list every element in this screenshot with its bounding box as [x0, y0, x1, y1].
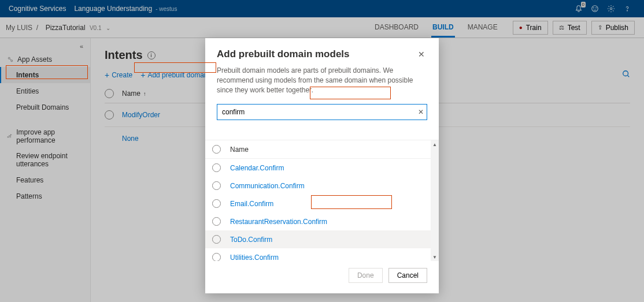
scroll-down-icon[interactable]: ▼ [431, 253, 439, 261]
results-row[interactable]: Communication.Confirm [205, 177, 431, 195]
modal-description: Prebuilt domain models are parts of preb… [217, 66, 427, 95]
cancel-button[interactable]: Cancel [388, 268, 427, 283]
result-link[interactable]: RestaurantReservation.Confirm [230, 218, 327, 226]
scroll-up-icon[interactable]: ▲ [431, 140, 439, 148]
close-icon[interactable]: ✕ [416, 49, 427, 60]
result-link[interactable]: ToDo.Confirm [230, 236, 272, 244]
results-row[interactable]: RestaurantReservation.Confirm [205, 212, 431, 230]
clear-icon[interactable]: ✕ [418, 108, 424, 116]
search-input[interactable] [217, 104, 427, 120]
results-row[interactable]: Utilities.Confirm [205, 248, 431, 261]
results-col-name[interactable]: Name [230, 146, 249, 154]
result-link[interactable]: Communication.Confirm [230, 182, 305, 190]
scrollbar[interactable]: ▲ ▼ [431, 140, 439, 261]
modal-title: Add prebuilt domain models [217, 49, 350, 60]
results-row[interactable]: Calendar.Confirm [205, 159, 431, 177]
row-radio[interactable] [212, 217, 221, 226]
select-all-radio[interactable] [212, 145, 221, 154]
results-row[interactable]: Email.Confirm [205, 195, 431, 212]
row-radio[interactable] [212, 253, 221, 261]
done-button: Done [349, 268, 383, 283]
add-prebuilt-modal: Add prebuilt domain models ✕ Prebuilt do… [205, 38, 439, 293]
row-radio[interactable] [212, 199, 221, 208]
result-link[interactable]: Calendar.Confirm [230, 164, 284, 172]
results-header: Name [205, 140, 431, 159]
row-radio[interactable] [212, 235, 221, 244]
results-row[interactable]: ToDo.Confirm [205, 230, 431, 248]
row-radio[interactable] [212, 181, 221, 190]
modal-overlay: Add prebuilt domain models ✕ Prebuilt do… [0, 0, 644, 302]
result-link[interactable]: Email.Confirm [230, 200, 273, 208]
result-link[interactable]: Utilities.Confirm [230, 253, 279, 262]
row-radio[interactable] [212, 163, 221, 172]
